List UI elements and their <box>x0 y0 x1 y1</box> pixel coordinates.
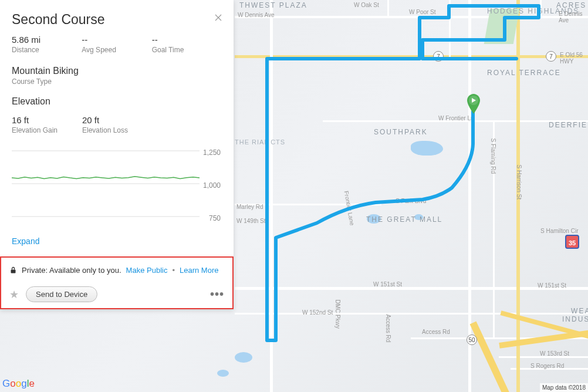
send-to-device-button[interactable]: Send to Device <box>26 286 97 302</box>
street-label: S Park Blvd <box>396 198 426 204</box>
street-label: W Poor St <box>409 9 436 15</box>
street-label: W 149th St <box>236 218 265 224</box>
elevation-stats: 16 ft Elevation Gain 20 ft Elevation Los… <box>0 115 234 143</box>
chart-ytick-1250: 1,250 <box>203 148 221 157</box>
street-label: W 153rd St <box>540 350 569 357</box>
course-type-label: Course Type <box>0 77 234 96</box>
chart-ytick-1000: 1,000 <box>203 181 221 190</box>
separator-dot: • <box>172 266 175 275</box>
start-marker-icon[interactable] <box>467 94 481 114</box>
map-neighborhood-label: SOUTHPARK <box>374 128 428 136</box>
lock-icon <box>9 266 17 274</box>
elevation-heading: Elevation <box>0 96 234 115</box>
map-neighborhood-label: THE RIAL CTS <box>235 138 285 146</box>
learn-more-link[interactable]: Learn More <box>180 266 218 275</box>
street-label: DMC Pkwy <box>334 300 341 329</box>
map-neighborhood-label: DEERFIEL <box>549 121 588 129</box>
stat-goal-time-value: -- <box>152 35 222 45</box>
street-label: W Frontier Ln <box>438 115 474 121</box>
stat-goal-time-label: Goal Time <box>152 46 222 54</box>
stat-avg-speed-value: -- <box>82 35 151 45</box>
street-label: W Oak St <box>354 2 379 8</box>
stats-row: 5.86 mi Distance -- Avg Speed -- Goal Ti… <box>0 35 234 66</box>
street-label: E Old 56 HWY <box>560 52 588 65</box>
route-shield-7a: 7 <box>433 51 444 62</box>
street-label: W 152nd St <box>302 309 333 316</box>
google-attribution: Google <box>2 378 35 390</box>
street-label: S Harrison St <box>516 165 522 200</box>
chart-ytick-750: 750 <box>209 214 221 222</box>
course-title: Second Course <box>12 12 105 28</box>
interstate-shield: 35 <box>565 235 579 249</box>
map-neighborhood-label: THE GREAT MALL <box>366 215 442 224</box>
elevation-loss-label: Elevation Loss <box>82 126 153 134</box>
favorite-star-icon[interactable]: ★ <box>9 288 19 301</box>
street-label: Access Rd <box>385 315 391 343</box>
street-label: S Rogers Rd <box>530 363 564 369</box>
map-neighborhood-label: ACRES <box>556 1 586 9</box>
stat-avg-speed: -- Avg Speed <box>82 35 151 54</box>
street-label: Marley Rd <box>236 204 263 210</box>
privacy-text: Private: Available only to you. <box>22 266 121 275</box>
route-shield-50: 50 <box>467 334 477 345</box>
street-label: Frontier Lane <box>343 191 356 226</box>
course-type-value: Mountain Biking <box>0 66 234 77</box>
elevation-gain-value: 16 ft <box>12 115 82 125</box>
stat-goal-time: -- Goal Time <box>152 35 222 54</box>
elevation-chart-svg <box>12 143 223 225</box>
elevation-loss: 20 ft Elevation Loss <box>82 115 153 134</box>
course-sidebar: Second Course 5.86 mi Distance -- Avg Sp… <box>0 0 234 309</box>
stat-distance-value: 5.86 mi <box>12 35 82 45</box>
stat-avg-speed-label: Avg Speed <box>82 46 151 54</box>
actions-row: ★ Send to Device ••• <box>0 283 234 309</box>
elevation-gain: 16 ft Elevation Gain <box>12 115 82 134</box>
elevation-chart[interactable]: 1,250 1,000 750 <box>0 143 234 236</box>
stat-distance-label: Distance <box>12 46 82 54</box>
street-label: E Dennis Ave <box>559 11 588 23</box>
map-neighborhood-label: ROYAL TERRACE <box>487 69 561 77</box>
street-label: W Dennis Ave <box>238 12 275 18</box>
street-label: W 151st St <box>538 282 566 289</box>
street-label: S Flaming Rd <box>490 138 496 174</box>
privacy-row: Private: Available only to you. Make Pub… <box>0 256 234 283</box>
route-shield-7b: 7 <box>546 51 556 62</box>
make-public-link[interactable]: Make Public <box>126 266 168 275</box>
stat-distance: 5.86 mi Distance <box>12 35 82 54</box>
more-options-icon[interactable]: ••• <box>210 288 224 301</box>
street-label: S Hamilton Cir <box>540 228 578 234</box>
close-icon[interactable] <box>215 13 222 23</box>
elevation-loss-value: 20 ft <box>82 115 153 125</box>
elevation-gain-label: Elevation Gain <box>12 126 82 134</box>
map-data-attribution: Map data ©2018 <box>540 383 588 392</box>
expand-link[interactable]: Expand <box>0 236 234 256</box>
street-label: W 151st St <box>373 281 402 288</box>
svg-rect-4 <box>11 270 16 273</box>
map-neighborhood-label: THWEST PLAZA <box>239 1 307 9</box>
street-label: Access Rd <box>422 329 450 335</box>
map-neighborhood-label: WEAV INDUSTRI <box>562 307 588 323</box>
